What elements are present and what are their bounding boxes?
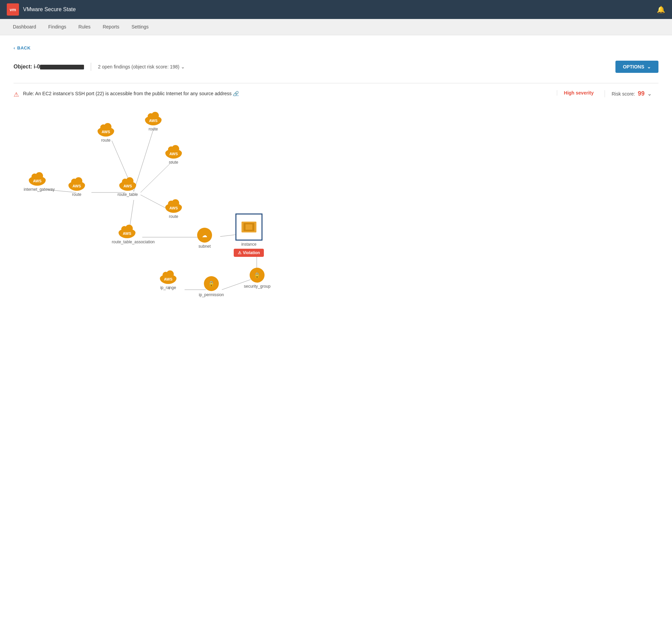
back-label: BACK <box>17 45 31 50</box>
separator <box>91 63 91 71</box>
node-label: route_table_association <box>112 240 142 244</box>
rule-link[interactable]: 🔗 <box>233 91 239 96</box>
node-security-group[interactable]: 🔒 security_group <box>244 268 271 289</box>
aws-cloud-icon: AWS <box>165 149 182 159</box>
header: vm VMware Secure State 🔔 <box>0 0 672 19</box>
bell-icon[interactable]: 🔔 <box>657 5 665 14</box>
main-nav: Dashboard Findings Rules Reports Setting… <box>0 19 672 35</box>
node-route-table[interactable]: AWS route_table <box>118 181 138 197</box>
node-label: ip_permission <box>199 292 224 297</box>
node-ip-permission[interactable]: 🔒 ip_permission <box>199 276 224 297</box>
aws-cloud-icon: AWS <box>119 229 135 238</box>
node-label: route <box>169 160 178 165</box>
nav-dashboard[interactable]: Dashboard <box>7 19 42 35</box>
warning-icon: ⚠ <box>14 91 19 98</box>
object-bar: Object: i-0 2 open findings (object risk… <box>14 61 658 73</box>
aws-cloud-icon: AWS <box>98 127 114 137</box>
node-route-right-mid[interactable]: AWS route <box>165 203 182 219</box>
severity-label: High severity <box>564 90 594 96</box>
aws-cloud-icon: AWS <box>119 181 136 191</box>
vm-logo: vm <box>7 3 19 16</box>
node-route-top-left[interactable]: AWS route <box>98 127 114 143</box>
cloud-icon: ☁ <box>197 228 212 243</box>
header-left: vm VMware Secure State <box>7 3 76 16</box>
node-route-top-center[interactable]: AWS route <box>145 116 162 131</box>
aws-cloud-icon: AWS <box>29 176 45 186</box>
chevron-left-icon: ‹ <box>14 45 15 50</box>
nav-settings[interactable]: Settings <box>125 19 155 35</box>
warning-icon: ⚠ <box>238 250 241 255</box>
findings-link[interactable]: 2 open findings (object risk score: 198)… <box>98 64 185 69</box>
node-internet-gateway[interactable]: AWS internet_gateway <box>24 176 51 192</box>
lock-icon: 🔒 <box>204 276 219 291</box>
risk-score: 99 <box>638 90 645 97</box>
chevron-down-icon: ⌄ <box>181 64 185 69</box>
node-label: route <box>72 192 81 197</box>
node-label: route_table <box>118 192 138 197</box>
svg-rect-15 <box>246 224 252 230</box>
risk-block: Risk score: 99 ⌄ <box>605 90 658 97</box>
node-label: ip_range <box>160 285 176 290</box>
rule-text: Rule: An EC2 instance's SSH port (22) is… <box>23 90 553 97</box>
violation-badge: ⚠ Violation <box>234 249 264 257</box>
node-label: instance <box>241 242 256 247</box>
node-route-hub[interactable]: AWS route <box>68 181 85 197</box>
rule-card: ⚠ Rule: An EC2 instance's SSH port (22) … <box>14 83 658 329</box>
severity-block: High severity <box>557 90 601 96</box>
object-id: Object: i-0 <box>14 64 84 70</box>
risk-label: Risk score: <box>612 91 635 97</box>
aws-cloud-icon: AWS <box>165 203 182 213</box>
lock-icon: 🔒 <box>250 268 265 283</box>
instance-box <box>235 213 262 241</box>
node-route-table-assoc[interactable]: AWS route_table_association <box>112 229 142 244</box>
node-label: subnet <box>198 244 211 249</box>
graph-area: AWS internet_gateway AWS route AWS route… <box>14 102 658 322</box>
rule-header: ⚠ Rule: An EC2 instance's SSH port (22) … <box>14 90 658 98</box>
node-label: route <box>101 138 110 143</box>
header-title: VMware Secure State <box>23 6 76 13</box>
risk-score-text: (object risk score: 198) <box>131 64 180 69</box>
node-label: internet_gateway <box>24 187 51 192</box>
options-button[interactable]: OPTIONS ⌄ <box>615 61 658 73</box>
object-info: Object: i-0 2 open findings (object risk… <box>14 63 185 71</box>
node-subnet[interactable]: ☁ subnet <box>197 228 212 249</box>
main-content: ‹ BACK Object: i-0 2 open findings (obje… <box>0 35 672 635</box>
nav-reports[interactable]: Reports <box>97 19 125 35</box>
node-route-right-top[interactable]: AWS route <box>165 149 182 165</box>
back-button[interactable]: ‹ BACK <box>14 45 658 50</box>
svg-line-4 <box>141 161 173 192</box>
node-instance[interactable]: instance ⚠ Violation <box>234 213 264 257</box>
node-ip-range[interactable]: AWS ip_range <box>160 274 176 290</box>
chevron-down-icon: ⌄ <box>647 90 652 97</box>
redacted-id <box>40 65 84 69</box>
nav-findings[interactable]: Findings <box>42 19 72 35</box>
node-label: route <box>149 127 158 131</box>
chevron-down-icon: ⌄ <box>647 64 651 69</box>
nav-rules[interactable]: Rules <box>72 19 97 35</box>
aws-cloud-icon: AWS <box>160 274 176 284</box>
aws-cloud-icon: AWS <box>68 181 85 191</box>
node-label: route <box>169 214 178 219</box>
aws-cloud-icon: AWS <box>145 116 162 125</box>
ec2-icon <box>240 218 258 236</box>
node-label: security_group <box>244 284 271 289</box>
